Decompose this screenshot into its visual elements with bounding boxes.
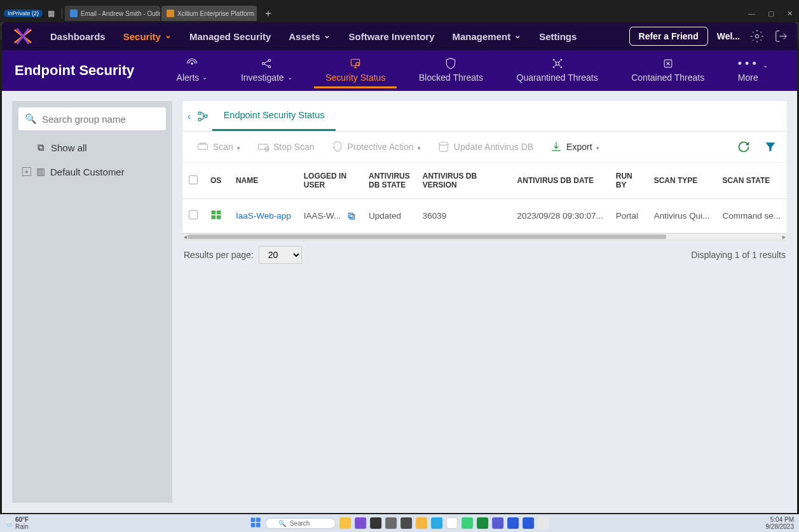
endpoint-name-link[interactable]: IaaS-Web-app [236,211,291,221]
nav-assets[interactable]: Assets [289,31,331,42]
sidebar: 🔍 ⧉ Show all + ▥ Default Customer [12,101,172,503]
subtab-contained-threats[interactable]: Contained Threats [620,53,716,88]
taskbar-search[interactable]: 🔍 Search [265,518,336,529]
close-window-icon[interactable]: ✕ [781,7,799,20]
taskbar-app-14[interactable] [538,517,549,529]
svg-rect-16 [198,144,208,149]
minimize-icon[interactable]: — [742,7,761,20]
scan-button[interactable]: Scan [193,138,244,156]
taskbar-app-9[interactable] [461,517,473,529]
taskbar-app-6[interactable] [416,517,427,529]
taskbar-app-5[interactable] [400,517,412,529]
logout-icon[interactable] [774,29,788,43]
system-clock[interactable]: 5:04 PM 9/28/2023 [766,516,795,530]
browser-chrome: InPrivate (2) ▦ Email - Andrew Smith - O… [0,0,799,22]
subtab-investigate[interactable]: Investigate⌄ [229,53,304,88]
new-tab-button[interactable]: ＋ [258,7,278,20]
browser-tab-xcitium[interactable]: Xcitium Enterprise Platform ✕ [161,6,257,21]
table-row[interactable]: IaaS-Web-app IAAS-W... Updated 36039 202… [182,199,787,233]
search-group-input[interactable]: 🔍 [18,107,166,130]
protective-action-button[interactable]: Protective Action [327,138,425,156]
browser-tab-outlook[interactable]: Email - Andrew Smith - Outlook ✕ [65,6,160,21]
horizontal-scrollbar[interactable]: ◄ ► [182,233,787,240]
row-checkbox[interactable] [189,210,198,219]
taskbar-app-12[interactable] [507,517,519,529]
taskbar-app-2[interactable] [355,517,366,529]
nav-software-inventory[interactable]: Software Inventory [348,31,434,42]
update-db-button[interactable]: Update Antivirus DB [434,138,537,156]
weather-widget[interactable]: 🌧️ 60°F Rain [5,516,29,530]
export-button[interactable]: Export [546,138,603,156]
svg-rect-13 [198,112,201,114]
taskbar-app-11[interactable] [492,517,503,529]
refresh-icon[interactable] [737,140,750,153]
col-scanstate[interactable]: SCAN STATE [716,163,787,199]
select-all-checkbox[interactable] [189,175,198,184]
col-runby[interactable]: RUN BY [610,163,648,199]
col-dbver[interactable]: ANTIVIRUS DB VERSION [416,163,511,199]
os-icon [204,199,229,233]
col-os[interactable]: OS [204,163,229,199]
maximize-icon[interactable]: ▢ [761,7,781,20]
svg-rect-24 [350,215,355,219]
svg-rect-29 [256,523,260,528]
cell-dbstate: Updated [362,199,416,233]
cell-runby: Portal [610,199,648,233]
svg-point-8 [553,59,554,60]
svg-point-1 [191,62,193,64]
gear-icon[interactable] [750,29,764,43]
taskbar-app-7[interactable] [431,517,442,529]
subtab-quarantined-threats[interactable]: Quarantined Threats [505,53,610,88]
nav-managed-security[interactable]: Managed Security [189,31,271,42]
hierarchy-icon[interactable] [197,111,208,122]
pager: Results per page: 20 Displaying 1 of 1 r… [182,240,787,270]
col-name[interactable]: NAME [229,163,297,199]
col-user[interactable]: LOGGED IN USER [297,163,362,199]
expand-icon[interactable]: + [22,167,31,176]
favicon-outlook [70,10,78,17]
filter-icon[interactable] [764,140,777,153]
taskbar-app-13[interactable] [522,517,534,529]
top-nav: Dashboards Security Managed Security Ass… [2,22,797,50]
nav-security[interactable]: Security [123,31,172,42]
taskbar-app-8[interactable] [446,517,458,529]
nav-settings[interactable]: Settings [539,31,577,42]
toolbar: Scan Stop Scan Protective Action Update … [182,132,787,163]
col-scantype[interactable]: SCAN TYPE [648,163,716,199]
show-all-button[interactable]: ⧉ Show all [18,134,166,161]
workspaces-icon[interactable]: ▦ [45,9,57,18]
taskbar-app-4[interactable] [385,517,397,529]
refer-friend-button[interactable]: Refer a Friend [629,27,708,46]
col-dbdate[interactable]: ANTIVIRUS DB DATE [511,163,610,199]
results-per-page-label: Results per page: [184,250,254,260]
subtab-alerts[interactable]: Alerts⌄ [165,53,219,88]
svg-point-9 [561,59,562,60]
nav-dashboards[interactable]: Dashboards [50,31,106,42]
cell-dbver: 36039 [416,199,511,233]
results-summary: Displaying 1 of 1 results [691,250,786,260]
taskbar-app-10[interactable] [477,517,488,529]
subtab-security-status[interactable]: Security Status [314,53,397,88]
results-per-page-select[interactable]: 20 [259,246,302,264]
welcome-label[interactable]: Wel... [717,31,740,41]
svg-rect-25 [348,214,353,218]
taskbar-app-3[interactable] [370,517,381,529]
tree-item-default-customer[interactable]: + ▥ Default Customer [18,161,166,182]
collapse-sidebar-button[interactable]: ‹ [185,111,193,121]
svg-point-10 [553,67,554,68]
close-icon[interactable]: ✕ [254,10,257,17]
copy-icon[interactable] [347,212,356,221]
nav-management[interactable]: Management [453,31,522,42]
subtab-blocked-threats[interactable]: Blocked Threats [407,53,495,88]
col-dbstate[interactable]: ANTIVIRUS DB STATE [362,163,416,199]
layers-icon: ⧉ [38,142,44,153]
stop-scan-button[interactable]: Stop Scan [253,138,318,156]
cell-user: IAAS-W... [297,199,362,233]
start-button[interactable] [250,517,261,529]
taskbar-app-1[interactable] [339,517,351,529]
search-group-field[interactable] [42,114,163,125]
panel-tab-status[interactable]: Endpoint Security Status [212,101,336,131]
subtab-more[interactable]: • • • ⌄ More [727,53,779,88]
sub-nav: Endpoint Security Alerts⌄ Investigate⌄ S… [2,50,797,91]
logo[interactable] [11,27,35,45]
